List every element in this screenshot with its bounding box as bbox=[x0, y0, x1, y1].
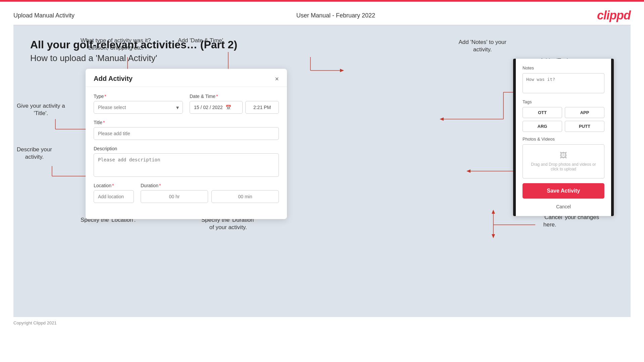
add-activity-dialog: Add Activity × Type* Please select bbox=[86, 69, 287, 219]
save-activity-button[interactable]: Save Activity bbox=[523, 183, 604, 199]
svg-marker-22 bbox=[466, 169, 470, 173]
form-group-description: Description bbox=[94, 146, 279, 177]
main-content: All your golf-relevant activities… (Part… bbox=[13, 25, 631, 317]
tag-putt[interactable]: PUTT bbox=[565, 121, 604, 132]
svg-marker-16 bbox=[340, 69, 344, 72]
image-icon: 🖼 bbox=[560, 151, 567, 160]
form-group-title: Title* bbox=[94, 120, 279, 140]
duration-inputs bbox=[141, 190, 279, 203]
description-label: Description bbox=[94, 146, 279, 151]
footer: Copyright Clippd 2021 bbox=[0, 317, 644, 329]
form-row-description: Description bbox=[94, 146, 279, 177]
close-button[interactable]: × bbox=[275, 75, 279, 82]
type-label: Type* bbox=[94, 94, 183, 99]
annotation-describe: Describe youractivity. bbox=[17, 146, 52, 161]
logo: clippd bbox=[597, 8, 631, 22]
duration-min-input[interactable] bbox=[211, 190, 279, 203]
title-input[interactable] bbox=[94, 127, 279, 140]
photos-upload-area[interactable]: 🖼 Drag and Drop photos and videos orclic… bbox=[523, 144, 604, 178]
tags-label: Tags bbox=[523, 99, 604, 104]
form-row-location-duration: Location* Duration* bbox=[94, 183, 279, 203]
tag-app[interactable]: APP bbox=[565, 107, 604, 118]
form-group-location: Location* bbox=[94, 183, 134, 203]
annotation-notes: Add 'Notes' to youractivity. bbox=[458, 39, 506, 53]
photos-label: Photos & Videos bbox=[523, 137, 604, 142]
dialog-body: Type* Please select Date & Time* 15 / bbox=[86, 87, 287, 203]
type-select[interactable]: Please select bbox=[94, 101, 183, 114]
form-group-datetime: Date & Time* 15 / 02 / 2022 📅 2:21 PM bbox=[190, 94, 279, 114]
time-input[interactable]: 2:21 PM bbox=[245, 101, 279, 114]
title-label: Title* bbox=[94, 120, 279, 125]
copyright: Copyright Clippd 2021 bbox=[13, 320, 57, 325]
svg-marker-20 bbox=[440, 117, 444, 121]
annotation-what-type: What type of activity was it?Lesson, Chi… bbox=[81, 37, 151, 52]
dialog-header: Add Activity × bbox=[86, 69, 287, 87]
description-input[interactable] bbox=[94, 153, 279, 177]
calendar-icon: 📅 bbox=[226, 105, 231, 110]
side-panel: Notes Tags OTT APP ARG PUTT Photos & Vid… bbox=[513, 59, 614, 216]
form-group-duration: Duration* bbox=[141, 183, 279, 203]
date-input[interactable]: 15 / 02 / 2022 📅 bbox=[190, 101, 243, 114]
tags-grid: OTT APP ARG PUTT bbox=[523, 107, 604, 132]
dialog-title: Add Activity bbox=[94, 75, 133, 83]
svg-marker-27 bbox=[492, 234, 495, 238]
top-bar: Upload Manual Activity User Manual - Feb… bbox=[0, 2, 644, 25]
form-group-type: Type* Please select bbox=[94, 94, 183, 114]
cancel-link[interactable]: Cancel bbox=[523, 204, 604, 209]
tag-arg[interactable]: ARG bbox=[523, 121, 562, 132]
photos-hint: Drag and Drop photos and videos orclick … bbox=[531, 162, 596, 171]
location-label: Location* bbox=[94, 183, 134, 188]
notes-label: Notes bbox=[523, 65, 604, 70]
form-row-type-datetime: Type* Please select Date & Time* 15 / bbox=[94, 94, 279, 114]
page-type-label: Upload Manual Activity bbox=[13, 12, 75, 19]
datetime-label: Date & Time* bbox=[190, 94, 279, 99]
manual-title: User Manual - February 2022 bbox=[296, 12, 375, 19]
notes-textarea[interactable] bbox=[523, 73, 604, 93]
location-input[interactable] bbox=[94, 190, 134, 203]
duration-label: Duration* bbox=[141, 183, 279, 188]
tag-ott[interactable]: OTT bbox=[523, 107, 562, 118]
svg-marker-25 bbox=[492, 210, 495, 214]
annotation-date-time: Add 'Date & Time'. bbox=[178, 37, 225, 44]
datetime-inputs: 15 / 02 / 2022 📅 2:21 PM bbox=[190, 101, 279, 114]
annotation-give-title: Give your activity a'Title'. bbox=[17, 102, 65, 117]
type-select-wrapper: Please select bbox=[94, 101, 183, 114]
duration-hr-input[interactable] bbox=[141, 190, 208, 203]
form-row-title: Title* bbox=[94, 120, 279, 140]
